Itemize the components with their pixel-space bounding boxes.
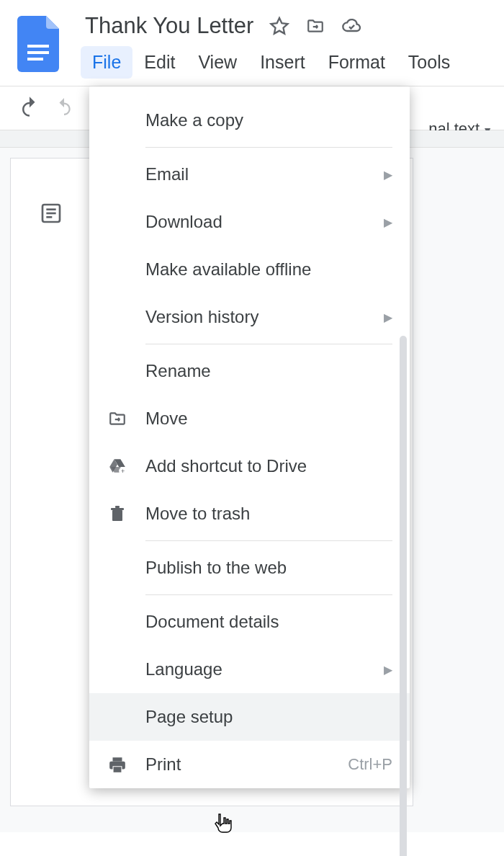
undo-icon[interactable] xyxy=(19,96,40,120)
menu-label: Move to trash xyxy=(145,504,392,524)
svg-rect-12 xyxy=(113,757,122,761)
menu-tools[interactable]: Tools xyxy=(397,46,462,79)
submenu-arrow-icon: ▶ xyxy=(384,311,392,324)
menu-view[interactable]: View xyxy=(186,46,248,79)
menu-label: Rename xyxy=(145,361,392,381)
submenu-arrow-icon: ▶ xyxy=(384,215,392,229)
menu-item-page-setup[interactable]: Page setup xyxy=(89,693,410,741)
menu-separator xyxy=(145,344,392,344)
pointer-cursor-icon xyxy=(213,813,233,836)
svg-rect-1 xyxy=(27,51,49,54)
document-title[interactable]: Thank You Letter xyxy=(85,13,253,39)
submenu-arrow-icon: ▶ xyxy=(384,168,392,182)
menu-item-trash[interactable]: Move to trash xyxy=(89,490,410,538)
svg-rect-0 xyxy=(27,45,49,48)
file-dropdown-menu: Make a copy Email ▶ Download ▶ Make avai… xyxy=(89,86,410,788)
menu-item-publish[interactable]: Publish to the web xyxy=(89,544,410,592)
docs-logo-icon[interactable] xyxy=(17,16,59,72)
menu-label: Language xyxy=(145,659,384,679)
menu-label: Make a copy xyxy=(145,110,392,130)
menu-item-doc-details[interactable]: Document details xyxy=(89,598,410,646)
menu-edit[interactable]: Edit xyxy=(132,46,186,79)
menu-item-rename[interactable]: Rename xyxy=(89,347,410,395)
menu-separator xyxy=(145,594,392,595)
menu-label: Add shortcut to Drive xyxy=(145,456,392,476)
menu-item-download[interactable]: Download ▶ xyxy=(89,198,410,246)
menu-label: Move xyxy=(145,409,392,429)
menu-separator xyxy=(145,147,392,148)
menu-item-email[interactable]: Email ▶ xyxy=(89,151,410,198)
menu-item-offline[interactable]: Make available offline xyxy=(89,246,410,293)
svg-text:+: + xyxy=(121,467,125,475)
menu-separator xyxy=(145,540,392,541)
menu-item-language[interactable]: Language ▶ xyxy=(89,646,410,693)
menu-label: Page setup xyxy=(145,707,392,727)
menu-label: Publish to the web xyxy=(145,558,392,578)
print-icon xyxy=(107,754,128,775)
svg-rect-2 xyxy=(27,58,43,61)
folder-move-icon xyxy=(107,408,128,429)
menu-file[interactable]: File xyxy=(81,46,132,79)
menu-bar: File Edit View Insert Format Tools xyxy=(81,46,462,79)
menu-label: Document details xyxy=(145,612,392,632)
menu-label: Make available offline xyxy=(145,259,392,280)
move-folder-icon[interactable] xyxy=(305,16,325,36)
svg-rect-13 xyxy=(114,767,122,772)
svg-rect-10 xyxy=(111,508,124,510)
menu-item-make-copy[interactable]: Make a copy xyxy=(89,97,410,144)
svg-rect-9 xyxy=(112,510,122,521)
drive-shortcut-icon: + xyxy=(107,455,128,477)
shortcut-label: Ctrl+P xyxy=(348,755,392,774)
dropdown-scrollbar[interactable] xyxy=(400,336,407,856)
menu-format[interactable]: Format xyxy=(317,46,397,79)
star-icon[interactable] xyxy=(269,16,289,36)
menu-label: Email xyxy=(145,164,384,184)
menu-item-version-history[interactable]: Version history ▶ xyxy=(89,293,410,341)
menu-label: Download xyxy=(145,212,384,232)
svg-rect-11 xyxy=(115,506,120,508)
menu-insert[interactable]: Insert xyxy=(248,46,317,79)
redo-icon[interactable] xyxy=(55,97,73,119)
menu-label: Version history xyxy=(145,307,384,327)
menu-item-move[interactable]: Move xyxy=(89,395,410,442)
menu-item-add-shortcut[interactable]: + Add shortcut to Drive xyxy=(89,442,410,490)
outline-icon[interactable] xyxy=(40,202,63,225)
cloud-saved-icon[interactable] xyxy=(341,16,361,36)
menu-label: Print xyxy=(145,754,348,775)
trash-icon xyxy=(107,503,128,525)
menu-item-print[interactable]: Print Ctrl+P xyxy=(89,741,410,788)
submenu-arrow-icon: ▶ xyxy=(384,663,392,677)
